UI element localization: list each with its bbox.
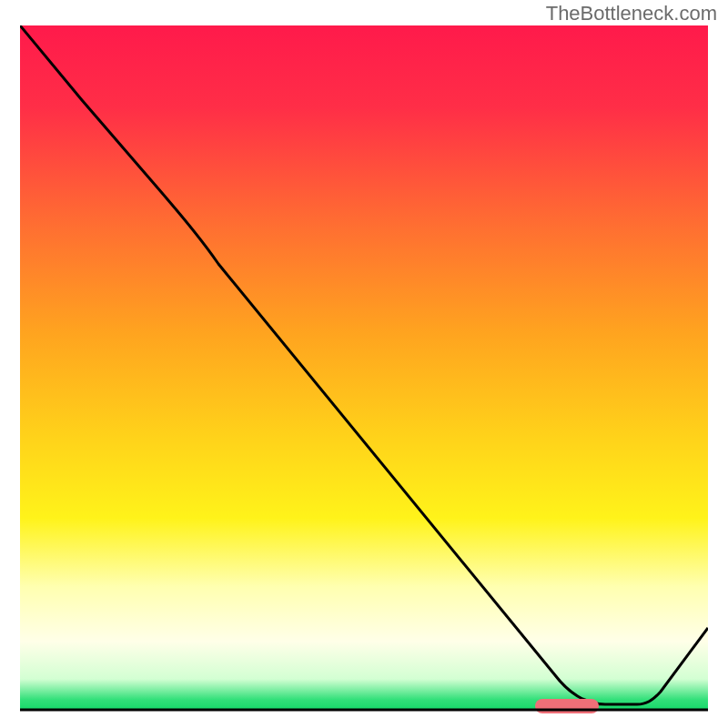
watermark-text: TheBottleneck.com (546, 2, 717, 25)
chart-svg (0, 0, 728, 728)
plot-background (20, 25, 708, 710)
optimal-marker (535, 699, 599, 713)
chart-canvas: TheBottleneck.com (0, 0, 728, 728)
